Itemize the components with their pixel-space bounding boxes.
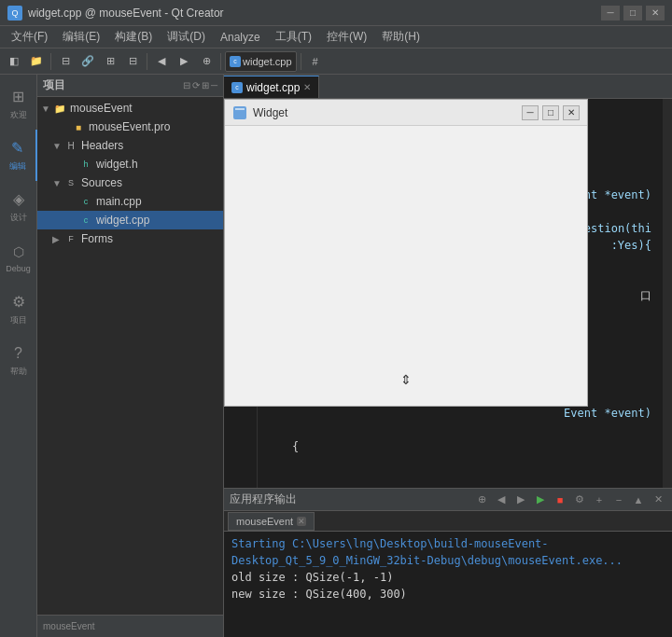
maincpp-label: main.cpp	[96, 195, 142, 208]
output-content: Starting C:\Users\lng\Desktop\build-mous…	[224, 532, 672, 637]
output-panel: 应用程序输出 ⊕ ◀ ▶ ▶ ■ ⚙ + − ▲ ✕ mouseEvent ✕	[224, 488, 672, 637]
tree-widget-cpp[interactable]: c widget.cpp	[37, 211, 223, 229]
output-tab-mousevent[interactable]: mouseEvent ✕	[228, 512, 315, 531]
edit-label: 编辑	[9, 160, 26, 173]
output-prev-btn[interactable]: ◀	[493, 492, 510, 508]
sidebar-item-help[interactable]: ? 帮助	[0, 335, 37, 386]
menu-file[interactable]: 文件(F)	[4, 27, 55, 47]
toolbar-separator-2	[147, 53, 147, 70]
toolbar-forward[interactable]: ▶	[174, 51, 194, 72]
tab-cpp-icon: c	[231, 82, 243, 93]
toolbar: ◧ 📁 ⊟ 🔗 ⊞ ⊟ ◀ ▶ ⊕ c widget.cpp #	[0, 48, 672, 75]
toolbar-minus[interactable]: ⊟	[122, 51, 143, 72]
menu-analyze[interactable]: Analyze	[213, 29, 268, 46]
toolbar-back[interactable]: ◀	[151, 51, 172, 72]
editor-scrollbar[interactable]	[663, 99, 672, 488]
svg-rect-1	[235, 108, 245, 110]
output-next-btn[interactable]: ▶	[512, 492, 529, 508]
sidebar-item-edit[interactable]: ✎ 编辑	[0, 130, 37, 181]
menu-edit[interactable]: 编辑(E)	[55, 27, 107, 47]
toolbar-filter[interactable]: ⊟	[55, 51, 76, 72]
pro-file-icon: ■	[71, 119, 86, 134]
toolbar-hash[interactable]: #	[305, 51, 326, 72]
headers-label: Headers	[81, 139, 123, 152]
widget-maximize[interactable]: □	[542, 105, 559, 120]
project-panel-header: 项目 ⊟ ⟳ ⊞ ─	[37, 75, 223, 97]
welcome-label: 欢迎	[10, 109, 27, 121]
project-sync-icon[interactable]: ⟳	[192, 80, 200, 90]
headers-arrow: ▼	[52, 141, 63, 151]
headers-folder-icon: H	[63, 138, 78, 153]
design-label: 设计	[10, 212, 27, 224]
editor-tab-widget-cpp[interactable]: c widget.cpp ✕	[224, 76, 319, 98]
output-close-btn[interactable]: ✕	[650, 492, 666, 508]
project-minus-icon[interactable]: ─	[211, 80, 217, 90]
toolbar-plus[interactable]: ⊞	[100, 51, 120, 72]
code-line-33: {	[265, 438, 655, 455]
output-tab-bar: mouseEvent ✕	[224, 511, 672, 532]
output-btn-1[interactable]: ⊕	[473, 492, 490, 508]
tree-root[interactable]: ▼ 📁 mouseEvent	[37, 99, 223, 118]
menu-debug[interactable]: 调试(D)	[160, 27, 213, 47]
output-build-btn[interactable]: ⚙	[571, 492, 588, 508]
resize-cursor: ⇕	[400, 372, 412, 387]
widget-minimize[interactable]: ─	[522, 105, 539, 120]
output-tab-close-icon[interactable]: ✕	[297, 517, 306, 526]
minimize-button[interactable]: ─	[601, 6, 620, 21]
close-button[interactable]: ✕	[646, 6, 665, 21]
project-filter-icon[interactable]: ⊟	[183, 80, 190, 90]
tree-pro-file[interactable]: ■ mouseEvent.pro	[37, 118, 223, 136]
sidebar-item-design[interactable]: ◈ 设计	[0, 181, 37, 232]
tree-widget-h[interactable]: h widget.h	[37, 155, 223, 173]
welcome-icon: ⊞	[9, 88, 28, 106]
content-area: c widget.cpp ✕ 12 13	[224, 75, 672, 637]
output-header: 应用程序输出 ⊕ ◀ ▶ ▶ ■ ⚙ + − ▲ ✕	[224, 489, 672, 511]
sidebar-item-debug[interactable]: ⬡ Debug	[0, 232, 37, 284]
help-label: 帮助	[10, 366, 27, 378]
output-line-2: old size : QSize(-1, -1)	[231, 569, 665, 586]
widgetcpp-label: widget.cpp	[96, 214, 149, 227]
output-minus-btn[interactable]: −	[610, 492, 627, 508]
toolbar-link[interactable]: 🔗	[77, 51, 98, 72]
editor-area: 12 13 33	[224, 99, 672, 488]
sidebar-item-welcome[interactable]: ⊞ 欢迎	[0, 78, 37, 130]
code-line-blank13	[265, 422, 655, 438]
toolbar-new[interactable]: ◧	[4, 51, 24, 72]
output-stop-btn[interactable]: ■	[552, 492, 568, 508]
menu-bar: 文件(F) 编辑(E) 构建(B) 调试(D) Analyze 工具(T) 控件…	[0, 26, 672, 48]
menu-tools[interactable]: 工具(T)	[268, 27, 319, 47]
output-line-3: new size : QSize(400, 300)	[231, 586, 665, 602]
root-label: mouseEvent	[70, 102, 133, 115]
sidebar-item-projects[interactable]: ⚙ 项目	[0, 284, 37, 335]
window-controls: ─ □ ✕	[601, 6, 665, 21]
tree-headers-folder[interactable]: ▼ H Headers	[37, 136, 223, 155]
tab-close-icon[interactable]: ✕	[303, 82, 311, 92]
tree-sources-folder[interactable]: ▼ S Sources	[37, 173, 223, 192]
root-arrow: ▼	[41, 104, 52, 114]
output-plus-btn[interactable]: +	[591, 492, 608, 508]
help-icon: ?	[9, 344, 28, 363]
toolbar-bookmark[interactable]: ⊕	[196, 51, 217, 72]
widgeth-label: widget.h	[96, 158, 138, 171]
menu-build[interactable]: 构建(B)	[107, 27, 160, 47]
tree-forms-folder[interactable]: ▶ F Forms	[37, 229, 223, 248]
sidebar-icons: ⊞ 欢迎 ✎ 编辑 ◈ 设计 ⬡ Debug ⚙ 项目 ? 帮助	[0, 75, 37, 637]
toolbar-open[interactable]: 📁	[26, 51, 47, 72]
output-title: 应用程序输出	[230, 492, 297, 507]
pro-file-label: mouseEvent.pro	[89, 120, 170, 133]
project-add-icon[interactable]: ⊞	[202, 80, 209, 90]
widget-close[interactable]: ✕	[563, 105, 580, 120]
file-type-icon: c	[230, 56, 241, 67]
maximize-button[interactable]: □	[623, 6, 642, 21]
widget-titlebar: Widget ─ □ ✕	[225, 100, 587, 126]
output-tab-label: mouseEvent	[236, 516, 293, 527]
project-panel-title: 项目	[43, 77, 65, 93]
menu-widgets[interactable]: 控件(W)	[319, 27, 374, 47]
project-bottom-status: mouseEvent	[37, 615, 223, 637]
output-run-btn[interactable]: ▶	[532, 492, 549, 508]
toolbar-separator-1	[50, 53, 51, 70]
menu-help[interactable]: 帮助(H)	[374, 27, 427, 47]
sources-arrow: ▼	[52, 178, 63, 188]
tree-main-cpp[interactable]: c main.cpp	[37, 192, 223, 211]
output-up-btn[interactable]: ▲	[630, 492, 647, 508]
